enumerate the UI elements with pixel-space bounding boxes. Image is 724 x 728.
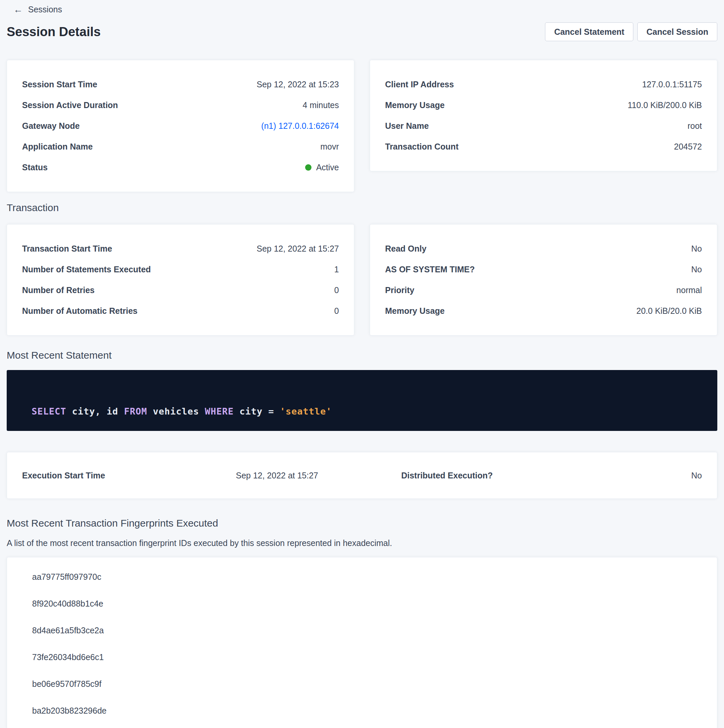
summary-value-text: movr bbox=[320, 142, 339, 151]
execution-card: Execution Start Time Sep 12, 2022 at 15:… bbox=[7, 452, 717, 499]
sql-token: FROM bbox=[124, 406, 147, 416]
summary-value: Active bbox=[305, 163, 339, 171]
back-link-label: Sessions bbox=[28, 5, 62, 14]
sql-token: 'seattle' bbox=[280, 406, 332, 416]
summary-label: Session Start Time bbox=[22, 80, 97, 89]
section-title-fingerprints: Most Recent Transaction Fingerprints Exe… bbox=[7, 518, 717, 529]
summary-value: normal bbox=[677, 286, 702, 294]
summary-label: Transaction Count bbox=[385, 142, 458, 151]
sql-statement-box: SELECT city, id FROM vehicles WHERE city… bbox=[7, 370, 717, 431]
summary-row: Transaction Start Time Sep 12, 2022 at 1… bbox=[22, 245, 339, 253]
summary-label: Read Only bbox=[385, 245, 427, 253]
summary-row: Memory Usage 20.0 KiB/20.0 KiB bbox=[385, 307, 702, 315]
header-actions: Cancel Statement Cancel Session bbox=[545, 22, 717, 41]
summary-value: No bbox=[691, 245, 702, 253]
summary-label: Number of Statements Executed bbox=[22, 265, 151, 274]
summary-row: Client IP Address 127.0.0.1:51175 bbox=[385, 80, 702, 89]
section-title-transaction: Transaction bbox=[7, 202, 717, 213]
summary-value-text: 20.0 KiB/20.0 KiB bbox=[636, 307, 702, 315]
execution-start-time-label: Execution Start Time bbox=[22, 471, 192, 480]
back-arrow-icon: ← bbox=[14, 5, 23, 14]
execution-start-time-value: Sep 12, 2022 at 15:27 bbox=[192, 471, 362, 480]
sql-token: SELECT bbox=[32, 406, 67, 416]
summary-value: 1 bbox=[334, 265, 339, 274]
summary-value-text: 127.0.0.1:51175 bbox=[642, 80, 702, 89]
summary-value: No bbox=[691, 265, 702, 274]
fingerprints-subtitle: A list of the most recent transaction fi… bbox=[7, 538, 717, 548]
summary-label: Application Name bbox=[22, 142, 93, 151]
summary-row: AS OF SYSTEM TIME? No bbox=[385, 265, 702, 274]
transaction-card-right: Read Only No AS OF SYSTEM TIME? No Prior… bbox=[370, 224, 717, 336]
summary-row: Session Active Duration 4 minutes bbox=[22, 101, 339, 109]
summary-value-text: 1 bbox=[334, 265, 339, 274]
fingerprint-row: 73fe26034bd6e6c1 bbox=[7, 644, 717, 670]
summary-label: Client IP Address bbox=[385, 80, 454, 89]
fingerprint-id: be06e9570f785c9f bbox=[32, 679, 101, 689]
summary-label: Priority bbox=[385, 286, 415, 294]
summary-row: Transaction Count 204572 bbox=[385, 142, 702, 151]
summary-value: Sep 12, 2022 at 15:23 bbox=[257, 80, 339, 89]
summary-row: Gateway Node (n1) 127.0.0.1:62674 bbox=[22, 122, 339, 130]
summary-value-text: Sep 12, 2022 at 15:27 bbox=[257, 245, 339, 253]
distributed-execution-label: Distributed Execution? bbox=[362, 471, 532, 480]
summary-value: 127.0.0.1:51175 bbox=[642, 80, 702, 89]
fingerprint-row: ba2b203b823296de bbox=[7, 697, 717, 724]
transaction-summary-row: Transaction Start Time Sep 12, 2022 at 1… bbox=[7, 224, 717, 336]
sql-token: city = bbox=[234, 406, 280, 416]
summary-row: Number of Retries 0 bbox=[22, 286, 339, 294]
fingerprint-row: 8d4ae61a5fb3ce2a bbox=[7, 617, 717, 644]
summary-label: Number of Automatic Retries bbox=[22, 307, 138, 315]
summary-value: 0 bbox=[334, 286, 339, 294]
fingerprints-card: aa79775ff097970c 8f920c40d88b1c4e 8d4ae6… bbox=[7, 557, 717, 728]
summary-value-text: 0 bbox=[334, 286, 339, 294]
summary-value-text: normal bbox=[677, 286, 702, 294]
summary-row: Session Start Time Sep 12, 2022 at 15:23 bbox=[22, 80, 339, 89]
section-title-most-recent-statement: Most Recent Statement bbox=[7, 350, 717, 361]
session-info-card-right: Client IP Address 127.0.0.1:51175 Memory… bbox=[370, 60, 717, 171]
summary-label: User Name bbox=[385, 122, 429, 130]
sql-token: vehicles bbox=[147, 406, 205, 416]
fingerprint-id: aa79775ff097970c bbox=[32, 572, 101, 582]
back-link[interactable]: ← Sessions bbox=[14, 5, 62, 14]
summary-value: movr bbox=[320, 142, 339, 151]
page-title: Session Details bbox=[7, 25, 101, 39]
summary-label: Memory Usage bbox=[385, 307, 445, 315]
summary-value-text: No bbox=[691, 245, 702, 253]
summary-value: 0 bbox=[334, 307, 339, 315]
page-header: Session Details Cancel Statement Cancel … bbox=[7, 22, 717, 41]
sql-token: WHERE bbox=[205, 406, 234, 416]
session-info-card-left: Session Start Time Sep 12, 2022 at 15:23… bbox=[7, 60, 354, 192]
summary-label: Number of Retries bbox=[22, 286, 95, 294]
summary-value: 110.0 KiB/200.0 KiB bbox=[628, 101, 702, 109]
summary-value-text: Active bbox=[316, 163, 339, 171]
summary-label: Transaction Start Time bbox=[22, 245, 112, 253]
fingerprint-id: 73fe26034bd6e6c1 bbox=[32, 652, 104, 662]
summary-row: Memory Usage 110.0 KiB/200.0 KiB bbox=[385, 101, 702, 109]
distributed-execution-value: No bbox=[532, 471, 702, 480]
summary-label: Session Active Duration bbox=[22, 101, 118, 109]
summary-label: Status bbox=[22, 163, 47, 171]
summary-label: Memory Usage bbox=[385, 101, 445, 109]
summary-row: Number of Statements Executed 1 bbox=[22, 265, 339, 274]
summary-value-text: No bbox=[691, 265, 702, 274]
summary-label: Gateway Node bbox=[22, 122, 80, 130]
summary-value: Sep 12, 2022 at 15:27 bbox=[257, 245, 339, 253]
fingerprint-id: 8f920c40d88b1c4e bbox=[32, 599, 103, 609]
fingerprint-id: ba2b203b823296de bbox=[32, 706, 106, 716]
status-active-dot-icon bbox=[305, 164, 311, 171]
summary-value-text: 110.0 KiB/200.0 KiB bbox=[628, 101, 702, 109]
fingerprint-row: 8f920c40d88b1c4e bbox=[7, 590, 717, 617]
summary-label: AS OF SYSTEM TIME? bbox=[385, 265, 475, 274]
summary-value: (n1) 127.0.0.1:62674 bbox=[261, 122, 339, 130]
cancel-session-button[interactable]: Cancel Session bbox=[637, 22, 717, 41]
summary-value-text[interactable]: (n1) 127.0.0.1:62674 bbox=[261, 122, 339, 130]
transaction-card-left: Transaction Start Time Sep 12, 2022 at 1… bbox=[7, 224, 354, 336]
fingerprint-row: aa79775ff097970c bbox=[7, 563, 717, 590]
summary-row: Status Active bbox=[22, 163, 339, 171]
fingerprint-id: 8d4ae61a5fb3ce2a bbox=[32, 626, 104, 635]
summary-value-text: 0 bbox=[334, 307, 339, 315]
summary-row: Number of Automatic Retries 0 bbox=[22, 307, 339, 315]
summary-row: User Name root bbox=[385, 122, 702, 130]
summary-value: 204572 bbox=[674, 142, 702, 151]
cancel-statement-button[interactable]: Cancel Statement bbox=[545, 22, 633, 41]
